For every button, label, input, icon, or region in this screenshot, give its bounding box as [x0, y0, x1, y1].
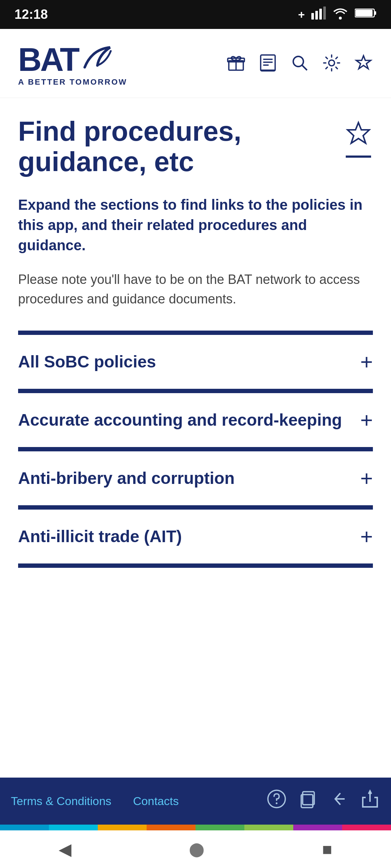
android-nav: ◀ ⬤ ■ [0, 830, 391, 868]
page-title: Find procedures, guidance, etc [18, 116, 337, 176]
expand-icon-antibribery: + [360, 466, 373, 491]
search-icon[interactable] [290, 54, 309, 77]
svg-point-21 [276, 803, 278, 804]
svg-rect-10 [261, 55, 275, 71]
bookmark-underline [346, 156, 371, 158]
divider-3 [18, 447, 373, 451]
logo-bat: BAT [18, 43, 127, 76]
svg-rect-0 [311, 13, 314, 20]
divider-2 [18, 389, 373, 393]
logo-text: BAT [18, 43, 78, 76]
divider-4 [18, 505, 373, 510]
settings-icon[interactable] [322, 54, 341, 77]
section-label-ait: Anti-illicit trade (AIT) [18, 526, 353, 548]
color-bar-3 [98, 825, 147, 830]
svg-marker-18 [356, 56, 371, 69]
share-icon[interactable] [360, 789, 380, 813]
section-item-antibribery[interactable]: Anti-bribery and corruption + [0, 451, 391, 505]
color-bar-1 [0, 825, 49, 830]
svg-rect-3 [323, 7, 326, 20]
svg-marker-19 [348, 123, 369, 143]
color-bar-2 [49, 825, 98, 830]
divider-5 [18, 563, 373, 568]
signal-icon [311, 7, 326, 22]
status-bar: 12:18 +︎ [0, 0, 391, 29]
svg-line-16 [302, 65, 307, 70]
section-item-ait[interactable]: Anti-illicit trade (AIT) + [0, 510, 391, 563]
color-bar-6 [244, 825, 293, 830]
status-time: 12:18 [14, 7, 48, 22]
divider-1 [18, 331, 373, 335]
intro-bold-text: Expand the sections to find links to the… [18, 195, 373, 255]
bottom-nav: Terms & Conditions Contacts [0, 778, 391, 825]
logo-area: BAT A BETTER TOMORROW [18, 43, 127, 87]
help-icon[interactable] [266, 789, 287, 813]
expand-icon-ait: + [360, 524, 373, 549]
bottom-nav-left: Terms & Conditions Contacts [0, 795, 163, 808]
battery-icon [355, 8, 377, 21]
android-back-button[interactable]: ◀ [59, 839, 71, 859]
bottom-nav-right [163, 789, 391, 813]
bookmark-star-icon [344, 120, 373, 153]
page-title-section: Find procedures, guidance, etc [0, 98, 391, 176]
section-item-accounting[interactable]: Accurate accounting and record-keeping + [0, 393, 391, 447]
bookmark-button[interactable] [344, 120, 373, 158]
intro-note-text: Please note you'll have to be on the BAT… [18, 270, 373, 309]
wifi-icon [332, 7, 348, 22]
logo-tagline: A BETTER TOMORROW [18, 77, 127, 87]
section-label-accounting: Accurate accounting and record-keeping [18, 409, 353, 431]
status-icons: +︎ [298, 7, 377, 22]
app-header: BAT A BETTER TOMORROW [0, 29, 391, 98]
color-bar [0, 825, 391, 830]
svg-point-17 [329, 60, 335, 66]
header-icons [227, 54, 373, 77]
color-bar-5 [196, 825, 244, 830]
color-bar-4 [147, 825, 196, 830]
bluetooth-icon: +︎ [298, 8, 305, 21]
expand-icon-sobc: + [360, 349, 373, 374]
android-home-button[interactable]: ⬤ [189, 841, 205, 857]
section-item-sobc[interactable]: All SoBC policies + [0, 335, 391, 389]
back-icon[interactable] [329, 789, 349, 813]
sections-list: All SoBC policies + Accurate accounting … [0, 331, 391, 568]
android-recents-button[interactable]: ■ [322, 839, 332, 859]
color-bar-8 [342, 825, 391, 830]
section-label-antibribery: Anti-bribery and corruption [18, 468, 353, 489]
favorites-icon[interactable] [354, 54, 373, 77]
logo-swirl [81, 46, 114, 72]
terms-conditions-link[interactable]: Terms & Conditions [0, 795, 122, 808]
section-label-sobc: All SoBC policies [18, 351, 353, 373]
gift-icon[interactable] [227, 54, 245, 77]
content-section: Expand the sections to find links to the… [0, 176, 391, 309]
color-bar-7 [293, 825, 342, 830]
svg-rect-5 [374, 11, 376, 15]
svg-rect-2 [319, 9, 322, 20]
svg-point-15 [293, 56, 303, 67]
svg-rect-1 [315, 11, 318, 20]
copy-icon[interactable] [298, 789, 318, 813]
svg-rect-6 [356, 10, 373, 16]
document-list-icon[interactable] [258, 54, 277, 77]
expand-icon-accounting: + [360, 408, 373, 433]
